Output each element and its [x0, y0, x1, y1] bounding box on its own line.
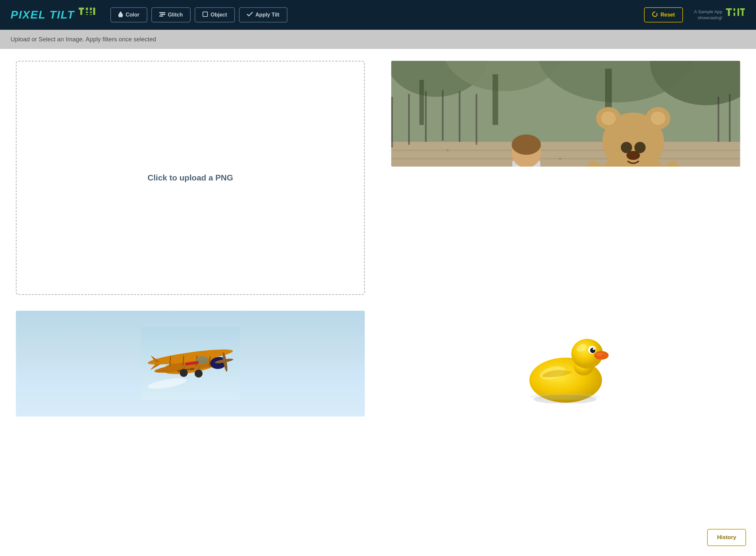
svg-rect-61	[442, 90, 443, 140]
svg-point-50	[651, 111, 665, 125]
history-button[interactable]: History	[707, 529, 746, 546]
upload-box-label: Click to upload a PNG	[147, 172, 233, 184]
svg-rect-24	[419, 80, 424, 125]
svg-marker-11	[656, 13, 657, 14]
duck-svg	[523, 324, 609, 403]
svg-rect-59	[408, 94, 410, 144]
apply-tilt-button-label: Apply Tilt	[255, 12, 280, 18]
svg-point-99	[602, 354, 604, 356]
svg-rect-7	[159, 12, 165, 13]
logo-text: PiXEL TiLT	[10, 9, 75, 21]
banner-text: Upload or Select an Image. Apply filters…	[10, 36, 156, 43]
app-logo: PiXEL TiLT	[10, 7, 97, 23]
child-bear-svg	[391, 61, 740, 167]
svg-rect-10	[203, 12, 208, 16]
svg-point-48	[601, 111, 616, 125]
object-button-label: Object	[211, 12, 227, 18]
svg-rect-25	[493, 74, 498, 125]
apply-tilt-button[interactable]: Apply Tilt	[239, 7, 287, 23]
drop-icon	[118, 11, 123, 19]
svg-rect-63	[475, 94, 477, 144]
svg-rect-18	[742, 10, 744, 16]
reset-button-label: Reset	[660, 12, 675, 18]
object-icon	[203, 11, 208, 18]
tilt-logo-svg	[78, 7, 97, 23]
svg-rect-27	[391, 142, 740, 167]
glitch-button[interactable]: Glitch	[151, 7, 191, 23]
svg-rect-0	[79, 8, 84, 9]
app-header: PiXEL TiLT Color	[0, 0, 756, 30]
plane-svg: US NAVY 245	[141, 327, 240, 400]
svg-point-53	[626, 151, 640, 160]
svg-rect-16	[737, 8, 739, 16]
glitch-icon	[159, 11, 165, 18]
check-icon	[247, 12, 253, 18]
object-button[interactable]: Object	[194, 7, 235, 23]
main-content: Click to upload a PNG	[0, 49, 756, 556]
svg-point-96	[593, 348, 595, 350]
svg-point-34	[446, 149, 449, 151]
svg-rect-1	[80, 9, 82, 15]
history-button-label: History	[717, 534, 736, 541]
image-tile-duck[interactable]	[391, 311, 740, 417]
svg-rect-64	[718, 97, 719, 142]
svg-point-40	[511, 135, 541, 155]
image-tile-child-bear[interactable]	[391, 61, 740, 167]
svg-rect-58	[391, 97, 393, 147]
svg-rect-15	[733, 11, 738, 12]
reset-button[interactable]: Reset	[644, 7, 683, 23]
svg-rect-9	[159, 15, 163, 16]
svg-rect-62	[459, 91, 460, 142]
svg-point-35	[559, 158, 562, 160]
svg-rect-8	[160, 14, 165, 15]
logo-icon	[78, 7, 97, 23]
svg-rect-60	[425, 91, 427, 142]
svg-point-84	[180, 369, 188, 377]
tc-logo-icon	[726, 7, 746, 23]
color-button-label: Color	[125, 12, 139, 18]
svg-rect-12	[726, 8, 732, 10]
svg-rect-65	[729, 94, 730, 142]
info-banner: Upload or Select an Image. Apply filters…	[0, 30, 756, 49]
image-tile-plane[interactable]: US NAVY 245	[16, 311, 365, 417]
glitch-button-label: Glitch	[168, 12, 183, 18]
svg-rect-6	[93, 8, 95, 15]
color-button[interactable]: Color	[110, 7, 147, 23]
svg-rect-5	[86, 13, 92, 14]
svg-rect-13	[728, 10, 730, 16]
svg-point-85	[194, 370, 203, 378]
sample-text: A Sample App showcasing!	[694, 9, 722, 21]
upload-box[interactable]: Click to upload a PNG	[16, 61, 365, 295]
svg-rect-17	[740, 8, 745, 10]
header-right: A Sample App showcasing!	[694, 7, 746, 23]
svg-rect-4	[86, 10, 92, 11]
nav-buttons: Color Glitch Object Apply Tilt	[110, 7, 638, 23]
reset-icon	[652, 11, 658, 19]
svg-point-101	[530, 393, 600, 400]
svg-point-95	[590, 348, 596, 353]
